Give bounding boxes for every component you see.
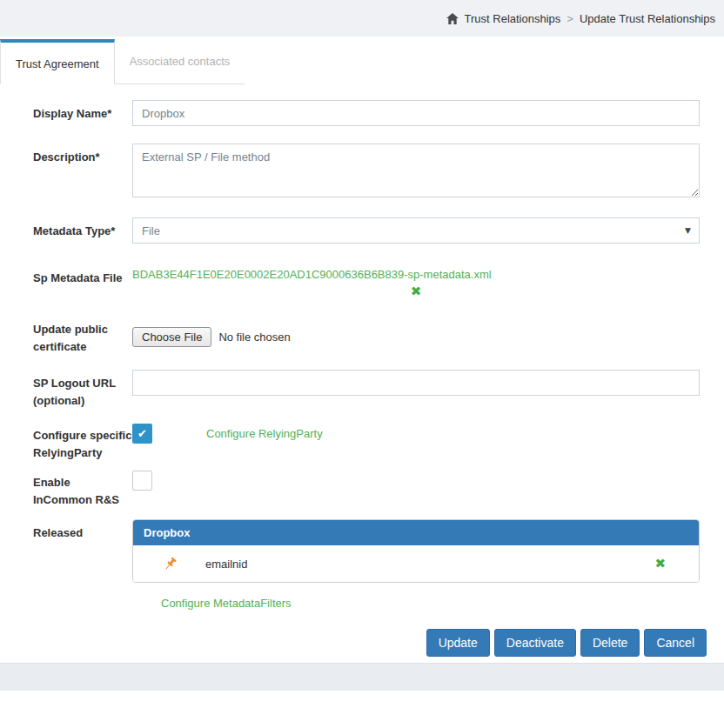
check-icon: ✔ (137, 427, 147, 440)
deactivate-button[interactable]: Deactivate (494, 629, 576, 657)
page-footer (0, 663, 724, 691)
breadcrumb-page: Update Trust Relationships (580, 12, 715, 25)
tab-bar: Trust Agreement Associated contacts (0, 39, 724, 84)
released-attribute-row: emailnid ✖ (133, 545, 699, 582)
update-button[interactable]: Update (426, 629, 490, 657)
tab-trust-agreement[interactable]: Trust Agreement (0, 39, 115, 84)
sp-metadata-file-label: Sp Metadata File (33, 264, 132, 298)
description-textarea[interactable]: External SP / File method (132, 144, 700, 197)
metadata-type-value: File (142, 224, 160, 237)
metadata-type-select[interactable]: File ▼ (132, 217, 700, 244)
released-attribute-name: emailnid (205, 558, 247, 571)
breadcrumb-section[interactable]: Trust Relationships (465, 12, 561, 25)
breadcrumb-separator: > (566, 12, 573, 25)
update-certificate-label: Update public certificate (33, 316, 132, 356)
metadata-type-label: Metadata Type* (33, 217, 132, 244)
released-row: Released Dropbox (33, 519, 700, 611)
remove-attribute-icon[interactable]: ✖ (654, 558, 666, 571)
description-row: Description* External SP / File method (33, 144, 700, 201)
incommon-checkbox[interactable] (132, 471, 152, 491)
incommon-label: Enable InCommon R&S (33, 469, 132, 509)
description-label: Description* (33, 144, 132, 201)
sp-logout-url-input[interactable] (132, 370, 700, 396)
file-chosen-status: No file chosen (218, 331, 290, 344)
released-panel: Dropbox emailnid (132, 519, 700, 583)
display-name-row: Display Name* (33, 100, 700, 126)
relying-party-row: Configure specific RelyingParty ✔ Config… (33, 422, 700, 462)
configure-metadata-filters-link[interactable]: Configure MetadataFilters (161, 597, 292, 610)
released-label: Released (33, 519, 132, 611)
incommon-row: Enable InCommon R&S (33, 469, 700, 509)
display-name-label: Display Name* (33, 100, 132, 126)
tab-associated-contacts[interactable]: Associated contacts (115, 39, 245, 84)
relying-party-checkbox[interactable]: ✔ (132, 424, 152, 444)
breadcrumb: Trust Relationships > Update Trust Relat… (0, 0, 724, 37)
cancel-button[interactable]: Cancel (644, 629, 707, 657)
pin-icon[interactable] (163, 557, 178, 571)
choose-file-button[interactable]: Choose File (132, 327, 211, 347)
trust-agreement-form: Display Name* Description* External SP /… (0, 84, 724, 611)
action-button-bar: Update Deactivate Delete Cancel (0, 629, 724, 657)
delete-button[interactable]: Delete (580, 629, 640, 657)
sp-metadata-file-row: Sp Metadata File BDAB3E44F1E0E20E0002E20… (33, 264, 700, 298)
chevron-down-icon: ▼ (685, 226, 691, 235)
released-panel-title: Dropbox (133, 520, 699, 545)
remove-metadata-file-icon[interactable]: ✖ (132, 285, 700, 298)
sp-logout-url-label: SP Logout URL (optional) (33, 370, 132, 410)
relying-party-label: Configure specific RelyingParty (33, 422, 132, 462)
sp-logout-url-row: SP Logout URL (optional) (33, 370, 700, 410)
configure-relying-party-link[interactable]: Configure RelyingParty (206, 427, 323, 440)
sp-metadata-file-link[interactable]: BDAB3E44F1E0E20E0002E20AD1C9000636B6B839… (132, 268, 492, 281)
update-certificate-row: Update public certificate Choose File No… (33, 316, 700, 356)
display-name-input[interactable] (132, 100, 700, 126)
home-icon[interactable] (446, 13, 459, 24)
metadata-type-row: Metadata Type* File ▼ (33, 217, 700, 244)
